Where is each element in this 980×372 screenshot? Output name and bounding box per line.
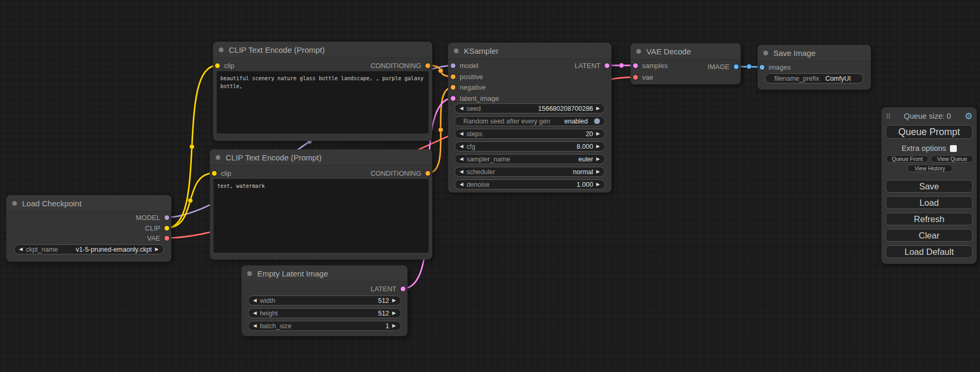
node-clip-text-encode-negative[interactable]: CLIP Text Encode (Prompt) clip CONDITION… [210,149,432,260]
extra-options-checkbox[interactable] [950,145,957,152]
input-port-negative[interactable] [451,85,455,90]
link-midpoint-dot [190,145,195,149]
link-midpoint-dot [439,128,443,132]
output-port-latent[interactable] [401,287,405,291]
input-port-samples[interactable] [633,63,638,68]
output-label: CONDITIONING [371,169,421,177]
queue-front-button[interactable]: Queue Front [886,155,928,163]
seed-widget[interactable]: ◀ seed 156680208700286 ▶ [454,103,605,113]
increment-arrow-icon[interactable]: ▶ [596,157,600,161]
input-port-clip[interactable] [212,171,217,176]
output-port-conditioning[interactable] [425,63,430,68]
decrement-arrow-icon[interactable]: ◀ [460,106,463,111]
node-title-bar[interactable]: CLIP Text Encode (Prompt) [213,42,432,58]
output-port-image[interactable] [734,64,739,69]
comfyui-canvas[interactable]: Load Checkpoint MODEL CLIP VAE ◀ ckpt_na… [0,0,980,372]
filename-prefix-widget[interactable]: filename_prefix ComfyUI [765,73,863,83]
collapse-dot-icon[interactable] [636,49,641,54]
node-clip-text-encode-positive[interactable]: CLIP Text Encode (Prompt) clip CONDITION… [213,42,432,141]
load-button[interactable]: Load [886,196,973,209]
decrement-arrow-icon[interactable]: ◀ [460,182,463,187]
toggle-enabled-icon[interactable] [594,118,600,124]
output-label: MODEL [136,214,160,222]
output-port-conditioning[interactable] [425,171,430,176]
output-port-model[interactable] [164,215,169,220]
collapse-dot-icon[interactable] [12,201,17,206]
widget-name: cfg [467,143,476,150]
drag-handle-icon[interactable]: ⠿ [886,112,890,120]
steps-widget[interactable]: ◀ steps 20 ▶ [454,129,605,139]
widget-value: 20 [586,130,593,138]
view-history-button[interactable]: View History [907,165,953,172]
refresh-button[interactable]: Refresh [886,213,973,225]
batch-size-widget[interactable]: ◀ batch_size 1 ▶ [248,321,401,331]
increment-arrow-icon[interactable]: ▶ [596,144,600,149]
node-title-bar[interactable]: Load Checkpoint [6,195,171,212]
decrement-arrow-icon[interactable]: ◀ [253,298,257,303]
queue-prompt-button[interactable]: Queue Prompt [886,125,973,139]
decrement-arrow-icon[interactable]: ◀ [253,323,257,328]
sampler-name-widget[interactable]: ◀ sampler_name euler ▶ [454,154,605,164]
node-title-bar[interactable]: KSampler [448,43,612,59]
node-title-bar[interactable]: Save Image [758,45,871,61]
collapse-dot-icon[interactable] [454,49,459,53]
increment-arrow-icon[interactable]: ▶ [596,169,600,174]
width-widget[interactable]: ◀ width 512 ▶ [248,295,401,306]
collapse-dot-icon[interactable] [763,51,768,55]
output-label: LATENT [575,62,600,70]
output-port-latent[interactable] [605,63,609,68]
increment-arrow-icon[interactable]: ▶ [392,323,396,328]
input-port-model[interactable] [451,63,455,68]
input-label: clip [224,62,235,70]
node-save-image[interactable]: Save Image images filename_prefix ComfyU… [758,45,871,90]
collapse-dot-icon[interactable] [216,155,220,160]
decrement-arrow-icon[interactable]: ◀ [460,157,463,161]
output-label: IMAGE [707,63,730,71]
settings-gear-icon[interactable]: ⚙ [965,112,973,121]
input-port-latent-image[interactable] [451,96,455,101]
clear-button[interactable]: Clear [886,229,973,242]
decrement-arrow-icon[interactable]: ◀ [460,144,463,149]
ckpt-name-widget[interactable]: ◀ ckpt_name v1-5-pruned-emaonly.ckpt ▶ [14,244,164,254]
node-vae-decode[interactable]: VAE Decode samples IMAGE vae [630,43,741,84]
decrement-arrow-icon[interactable]: ◀ [19,247,23,252]
collapse-dot-icon[interactable] [219,47,224,52]
decrement-arrow-icon[interactable]: ◀ [253,311,257,316]
output-port-vae[interactable] [164,236,169,241]
prompt-textarea[interactable]: beautiful scenery nature glass bottle la… [217,71,429,133]
input-port-vae[interactable] [633,75,638,80]
node-load-checkpoint[interactable]: Load Checkpoint MODEL CLIP VAE ◀ ckpt_na… [6,195,171,262]
increment-arrow-icon[interactable]: ▶ [596,131,600,136]
cfg-widget[interactable]: ◀ cfg 8.000 ▶ [454,141,605,151]
node-title: VAE Decode [646,47,691,56]
output-port-clip[interactable] [164,226,169,231]
input-port-clip[interactable] [215,63,220,68]
prompt-textarea[interactable]: text, watermark [214,179,429,253]
denoise-widget[interactable]: ◀ denoise 1.000 ▶ [454,179,605,189]
random-seed-widget[interactable]: Random seed after every gen enabled [454,116,605,126]
node-title-bar[interactable]: VAE Decode [630,43,741,60]
scheduler-widget[interactable]: ◀ scheduler normal ▶ [454,167,605,177]
load-default-button[interactable]: Load Default [886,245,973,258]
extra-options-label: Extra options [901,144,946,152]
increment-arrow-icon[interactable]: ▶ [392,298,396,303]
output-label: LATENT [371,285,396,293]
input-port-images[interactable] [760,65,764,70]
increment-arrow-icon[interactable]: ▶ [596,182,600,187]
increment-arrow-icon[interactable]: ▶ [155,247,159,252]
increment-arrow-icon[interactable]: ▶ [596,106,600,111]
height-widget[interactable]: ◀ height 512 ▶ [248,308,401,318]
save-button[interactable]: Save [886,180,973,193]
node-ksampler[interactable]: KSampler model LATENT positive negative … [448,43,612,193]
node-title-bar[interactable]: CLIP Text Encode (Prompt) [210,149,432,166]
widget-name: height [260,310,278,317]
input-port-positive[interactable] [451,74,455,79]
decrement-arrow-icon[interactable]: ◀ [460,169,463,174]
widget-name: width [260,297,275,304]
increment-arrow-icon[interactable]: ▶ [392,311,396,316]
collapse-dot-icon[interactable] [247,271,252,276]
node-title-bar[interactable]: Empty Latent Image [241,265,407,282]
decrement-arrow-icon[interactable]: ◀ [460,131,463,136]
node-empty-latent-image[interactable]: Empty Latent Image LATENT ◀ width 512 ▶ … [241,265,407,336]
view-queue-button[interactable]: View Queue [931,155,973,163]
